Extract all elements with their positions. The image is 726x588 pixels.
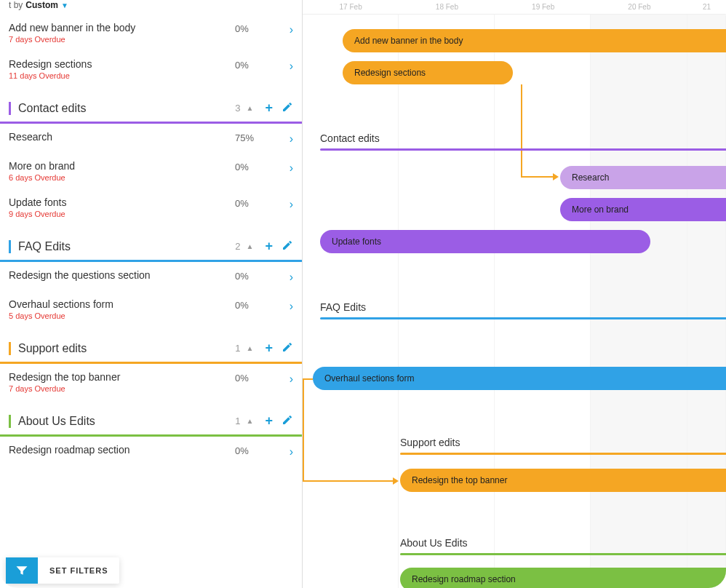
group-count: 1 [235, 343, 240, 354]
task-overdue: 7 days Overdue [9, 35, 235, 44]
task-overdue: 7 days Overdue [9, 384, 235, 393]
gantt-bar[interactable]: More on brand [560, 198, 726, 221]
chevron-up-icon[interactable]: ▲ [247, 104, 254, 112]
task-name: Redesign sections [9, 58, 235, 70]
task-row[interactable]: More on brand 6 days Overdue 0% › [0, 153, 302, 189]
group-header[interactable]: Contact edits 3 ▲ + [0, 95, 302, 124]
task-name: Research [9, 131, 235, 143]
group-count: 2 [235, 241, 240, 252]
chevron-right-icon[interactable]: › [279, 444, 293, 458]
date-cell: 18 Feb [399, 3, 495, 11]
task-group-support: Support edits 1 ▲ + Redesign the top ban… [0, 335, 302, 400]
gantt-bar[interactable]: Update fonts [320, 230, 650, 253]
group-header[interactable]: About Us Edits 1 ▲ + [0, 408, 302, 437]
task-row[interactable]: Add new banner in the body 7 days Overdu… [0, 15, 302, 51]
group-title: FAQ Edits [18, 240, 235, 253]
date-cell: 20 Feb [591, 3, 687, 11]
task-overdue: 6 days Overdue [9, 173, 235, 182]
task-percent: 0% [235, 196, 279, 209]
gantt-group-underline [320, 317, 726, 319]
task-row[interactable]: Research 75% › [0, 124, 302, 153]
add-task-button[interactable]: + [265, 100, 273, 116]
dependency-connector [303, 378, 304, 480]
chevron-right-icon[interactable]: › [279, 298, 293, 313]
chevron-right-icon[interactable]: › [279, 196, 293, 211]
task-row[interactable]: Redesign roadmap section 0% › [0, 437, 302, 466]
chevron-down-icon: ▼ [61, 1, 68, 9]
gantt-bar[interactable]: Add new banner in the body [343, 29, 726, 52]
gantt-bar-label: More on brand [572, 204, 629, 215]
gantt-bar-label: Redesign the top banner [412, 475, 507, 485]
group-count: 1 [235, 416, 240, 426]
gantt-group-label: Contact edits [320, 132, 380, 144]
edit-group-button[interactable] [282, 101, 293, 115]
add-task-button[interactable]: + [265, 413, 273, 429]
group-title: About Us Edits [18, 415, 235, 428]
gantt-group-label: Support edits [400, 437, 460, 448]
edit-group-button[interactable] [282, 341, 293, 355]
group-count: 3 [235, 103, 240, 114]
task-row[interactable]: Redesign the top banner 7 days Overdue 0… [0, 364, 302, 400]
date-cell: 21 [687, 3, 726, 11]
set-filters-button[interactable]: SET FILTERS [6, 557, 119, 584]
gantt-group-label: FAQ Edits [320, 301, 366, 313]
gantt-bar[interactable]: Redesign roadmap section [400, 568, 726, 588]
sort-bar[interactable]: t by Custom ▼ [0, 0, 302, 15]
task-row[interactable]: Redesign sections 11 days Overdue 0% › [0, 51, 302, 87]
task-list-panel: t by Custom ▼ Add new banner in the body… [0, 0, 303, 588]
edit-group-button[interactable] [282, 239, 293, 253]
filter-label: SET FILTERS [38, 566, 119, 575]
group-title: Contact edits [18, 102, 235, 115]
chevron-up-icon[interactable]: ▲ [247, 344, 254, 352]
gantt-bar[interactable]: Overhaul sections form [313, 367, 726, 390]
gantt-group-underline [400, 453, 726, 455]
task-name: Redesign the questions section [9, 269, 235, 281]
edit-group-button[interactable] [282, 414, 293, 428]
task-row[interactable]: Update fonts 9 days Overdue 0% › [0, 189, 302, 226]
task-percent: 0% [235, 22, 279, 34]
gantt-bar[interactable]: Redesign sections [343, 61, 513, 84]
task-row[interactable]: Overhaul sections form 5 days Overdue 0%… [0, 291, 302, 327]
pencil-icon [282, 101, 293, 113]
task-group-contact: Contact edits 3 ▲ + Research 75% › More … [0, 95, 302, 226]
chevron-up-icon[interactable]: ▲ [247, 242, 254, 250]
task-percent: 0% [235, 444, 279, 456]
chevron-right-icon[interactable]: › [279, 371, 293, 386]
gantt-bar[interactable]: Research [560, 166, 726, 189]
group-header[interactable]: FAQ Edits 2 ▲ + [0, 233, 302, 262]
group-accent [9, 102, 11, 115]
add-task-button[interactable]: + [265, 239, 273, 254]
task-name: Add new banner in the body [9, 22, 235, 33]
timeline-header: 17 Feb 18 Feb 19 Feb 20 Feb 21 [303, 0, 726, 15]
gantt-body[interactable]: Contact edits FAQ Edits Support edits Ab… [303, 15, 726, 588]
pencil-icon [282, 239, 293, 251]
task-name: Overhaul sections form [9, 298, 235, 310]
dependency-connector [303, 378, 313, 380]
group-title: Support edits [18, 342, 235, 355]
task-percent: 0% [235, 58, 279, 71]
chevron-right-icon[interactable]: › [279, 269, 293, 284]
task-row[interactable]: Redesign the questions section 0% › [0, 262, 302, 291]
group-header[interactable]: Support edits 1 ▲ + [0, 335, 302, 364]
dependency-connector [303, 480, 394, 482]
task-percent: 0% [235, 269, 279, 282]
gantt-bar-label: Update fonts [332, 237, 381, 247]
task-group-faq: FAQ Edits 2 ▲ + Redesign the questions s… [0, 233, 302, 327]
gantt-bar-label: Redesign roadmap section [412, 574, 516, 584]
pencil-icon [282, 414, 293, 426]
arrow-right-icon [393, 477, 399, 485]
chevron-right-icon[interactable]: › [279, 22, 293, 36]
group-accent [9, 415, 11, 428]
chevron-right-icon[interactable]: › [279, 160, 293, 175]
gantt-bar[interactable]: Redesign the top banner [400, 469, 726, 492]
gantt-group-label: About Us Edits [400, 537, 468, 549]
chevron-right-icon[interactable]: › [279, 131, 293, 146]
task-overdue: 9 days Overdue [9, 210, 235, 218]
day-grid [303, 15, 726, 588]
task-percent: 0% [235, 371, 279, 384]
task-overdue: 11 days Overdue [9, 71, 235, 80]
add-task-button[interactable]: + [265, 341, 273, 356]
arrow-right-icon [553, 173, 559, 180]
chevron-right-icon[interactable]: › [279, 58, 293, 73]
chevron-up-icon[interactable]: ▲ [247, 417, 254, 425]
